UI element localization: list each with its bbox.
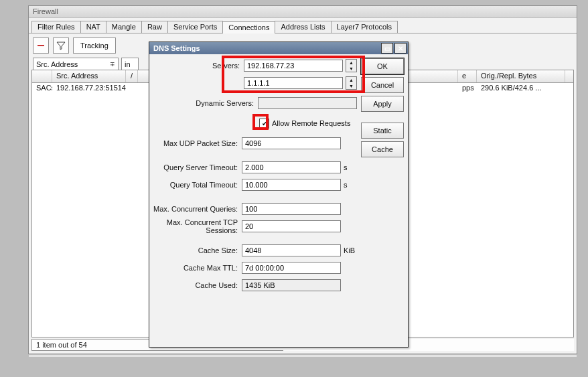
minimize-button[interactable]: ▭ bbox=[381, 43, 393, 54]
cancel-button[interactable]: Cancel bbox=[361, 77, 404, 93]
dns-settings-dialog: DNS Settings ▭ ✕ Servers: ▲▼ ▲▼ Dyn bbox=[149, 42, 409, 348]
svg-rect-0 bbox=[38, 45, 44, 46]
col-sort-indicator[interactable]: / bbox=[126, 70, 138, 82]
label-cache-used: Cache Used: bbox=[153, 281, 242, 289]
max-concurrent-queries-input[interactable] bbox=[242, 203, 341, 215]
label-servers: Servers: bbox=[153, 62, 244, 70]
apply-button[interactable]: Apply bbox=[361, 96, 404, 112]
filter-button[interactable] bbox=[53, 37, 69, 54]
cell-flag: SACs bbox=[32, 83, 52, 94]
label-dynamic-servers: Dynamic Servers: bbox=[153, 99, 258, 107]
dynamic-servers-input bbox=[258, 97, 357, 109]
label-allow-remote: Allow Remote Requests bbox=[272, 119, 350, 127]
cell-src-address: 192.168.77.23:51514 bbox=[52, 83, 138, 94]
check-icon: ✔ bbox=[262, 120, 267, 127]
cell-bytes: 290.6 KiB/424.6 ... bbox=[477, 83, 565, 94]
cache-max-ttl-input[interactable] bbox=[242, 262, 341, 274]
tracking-button[interactable]: Tracking bbox=[73, 37, 116, 54]
minimize-icon: ▭ bbox=[384, 45, 390, 52]
dns-titlebar[interactable]: DNS Settings ▭ ✕ bbox=[149, 42, 408, 54]
funnel-icon bbox=[56, 41, 66, 50]
unit-kib: KiB bbox=[344, 246, 357, 254]
up-icon: ▲ bbox=[346, 60, 356, 66]
cache-size-input[interactable] bbox=[242, 244, 341, 256]
label-query-total-timeout: Query Total Timeout: bbox=[153, 181, 242, 189]
dns-title-text: DNS Settings bbox=[153, 44, 200, 52]
query-total-timeout-input[interactable] bbox=[242, 179, 341, 191]
unit-seconds: s bbox=[344, 181, 357, 189]
label-cache-size: Cache Size: bbox=[153, 246, 242, 254]
tab-raw[interactable]: Raw bbox=[141, 21, 168, 33]
firewall-tabs: Filter Rules NAT Mangle Raw Service Port… bbox=[29, 18, 577, 33]
down-icon: ▼ bbox=[346, 83, 356, 89]
tab-layer7[interactable]: Layer7 Protocols bbox=[331, 21, 398, 33]
filter-field-select[interactable]: Src. Address ∓ bbox=[33, 58, 119, 71]
servers-input-2[interactable] bbox=[244, 77, 343, 89]
label-cache-max-ttl: Cache Max TTL: bbox=[153, 264, 242, 272]
tab-address-lists[interactable]: Address Lists bbox=[275, 21, 331, 33]
filter-op-select[interactable]: in bbox=[121, 58, 139, 71]
filter-field-value: Src. Address bbox=[36, 60, 78, 68]
dns-button-bar: OK Cancel Apply Static Cache bbox=[361, 58, 404, 157]
label-max-udp: Max UDP Packet Size: bbox=[153, 139, 242, 147]
static-button[interactable]: Static bbox=[361, 123, 404, 139]
col-src-address[interactable]: Src. Address bbox=[52, 70, 126, 82]
dns-form: Servers: ▲▼ ▲▼ Dynamic Servers: bbox=[153, 58, 357, 343]
tab-nat[interactable]: NAT bbox=[80, 21, 106, 33]
tab-mangle[interactable]: Mangle bbox=[106, 21, 142, 33]
up-icon: ▲ bbox=[346, 77, 356, 83]
col-bytes[interactable]: Orig./Repl. Bytes bbox=[477, 70, 565, 82]
filter-op-value: in bbox=[125, 60, 131, 68]
col-flag[interactable] bbox=[32, 70, 52, 82]
max-concurrent-tcp-input[interactable] bbox=[242, 220, 341, 232]
down-icon: ▼ bbox=[346, 66, 356, 72]
servers-spinner-1[interactable]: ▲▼ bbox=[346, 59, 357, 72]
label-max-concurrent-tcp: Max. Concurrent TCP Sessions: bbox=[153, 218, 242, 234]
close-button[interactable]: ✕ bbox=[394, 43, 407, 54]
cache-button[interactable]: Cache bbox=[361, 141, 404, 157]
cell-rate: pps bbox=[458, 83, 477, 94]
close-icon: ✕ bbox=[398, 45, 403, 52]
col-rate[interactable]: e bbox=[458, 70, 477, 82]
tab-connections[interactable]: Connections bbox=[222, 21, 275, 33]
allow-remote-checkbox[interactable]: ✔ bbox=[259, 119, 269, 129]
minus-icon bbox=[36, 41, 46, 50]
unit-seconds: s bbox=[344, 163, 357, 171]
max-udp-input[interactable] bbox=[242, 137, 341, 149]
servers-input-1[interactable] bbox=[244, 60, 343, 72]
chevron-down-icon: ∓ bbox=[110, 61, 115, 68]
label-max-concurrent-queries: Max. Concurrent Queries: bbox=[153, 205, 242, 213]
label-query-server-timeout: Query Server Timeout: bbox=[153, 163, 242, 171]
tab-service-ports[interactable]: Service Ports bbox=[167, 21, 223, 33]
firewall-titlebar: Firewall bbox=[29, 6, 577, 18]
tab-filter-rules[interactable]: Filter Rules bbox=[31, 21, 81, 33]
servers-spinner-2[interactable]: ▲▼ bbox=[346, 76, 357, 90]
query-server-timeout-input[interactable] bbox=[242, 161, 341, 173]
cache-used-output bbox=[242, 279, 341, 291]
window-emboss bbox=[29, 354, 577, 357]
ok-button[interactable]: OK bbox=[361, 58, 404, 74]
remove-button[interactable] bbox=[33, 37, 49, 54]
